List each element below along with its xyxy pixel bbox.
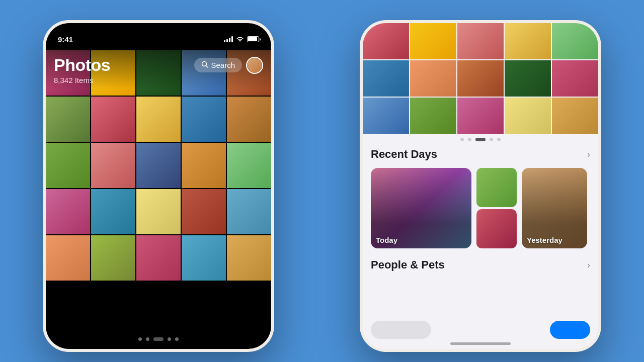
photo-cell[interactable] [91, 235, 135, 281]
page-dot[interactable] [146, 337, 149, 341]
phone-right: Recent Days › Today [360, 20, 601, 352]
phone-left: 9:41 [43, 20, 274, 352]
photos-header: Photos Search [46, 50, 271, 88]
header-right: Search [194, 57, 263, 74]
bottom-page-dots [46, 337, 271, 341]
avatar-image [247, 58, 262, 73]
right-photo-cell[interactable] [552, 98, 598, 134]
signal-icon [224, 36, 233, 42]
page-dot[interactable] [168, 337, 171, 341]
battery-icon [247, 36, 259, 42]
photo-cell[interactable] [136, 97, 181, 142]
right-phone-content: Recent Days › Today [363, 23, 598, 349]
photo-cell[interactable] [91, 97, 135, 142]
photos-title: Photos [54, 55, 110, 75]
yesterday-label: Yesterday [527, 236, 562, 244]
search-icon [201, 61, 208, 69]
page-dot[interactable] [138, 337, 142, 341]
photo-cell[interactable] [91, 143, 135, 188]
photo-cell[interactable] [182, 143, 226, 188]
recent-days-title: Recent Days [371, 148, 437, 161]
today-small-cards [476, 168, 517, 248]
right-photo-cell[interactable] [410, 60, 456, 97]
right-photo-cell[interactable] [505, 60, 551, 97]
photo-cell[interactable] [46, 143, 90, 188]
today-small-card-2[interactable] [476, 209, 517, 248]
page-dot[interactable] [460, 138, 464, 141]
photo-cell[interactable] [136, 143, 181, 188]
right-photo-cell[interactable] [552, 60, 598, 97]
home-indicator [128, 342, 189, 345]
yesterday-card[interactable]: Yesterday [522, 168, 587, 248]
photo-cell[interactable] [227, 189, 271, 234]
photo-cell[interactable] [136, 189, 181, 234]
svg-line-1 [206, 66, 208, 68]
right-photo-cell[interactable] [552, 23, 598, 59]
photo-cell[interactable] [227, 97, 271, 142]
right-top-grid [363, 23, 598, 134]
photo-cell[interactable] [91, 189, 135, 234]
recent-days-arrow[interactable]: › [587, 149, 590, 160]
photo-cell[interactable] [182, 235, 226, 281]
avatar[interactable] [246, 57, 263, 74]
recent-days-row: Today Ye [371, 168, 590, 248]
people-pets-title: People & Pets [371, 258, 445, 272]
photo-cell[interactable] [182, 97, 226, 142]
home-indicator-right [450, 342, 511, 345]
bottom-bar-right[interactable] [550, 321, 590, 339]
photos-count: 8,342 Items [54, 76, 263, 84]
page-dot-active[interactable] [153, 337, 164, 341]
page-dot[interactable] [175, 337, 179, 341]
right-photo-cell[interactable] [505, 23, 551, 59]
header-row: Photos Search [54, 55, 263, 75]
recent-days-header: Recent Days › [371, 148, 590, 161]
photo-cell[interactable] [182, 189, 226, 234]
right-photo-cell[interactable] [457, 23, 504, 59]
page-dot[interactable] [490, 138, 493, 141]
photo-cell[interactable] [46, 97, 90, 142]
status-time: 9:41 [58, 35, 73, 44]
right-photo-cell[interactable] [410, 98, 456, 134]
people-pets-header: People & Pets › [371, 258, 590, 272]
dynamic-island [131, 30, 186, 45]
right-photo-cell[interactable] [363, 60, 409, 97]
photo-cell[interactable] [136, 235, 181, 281]
right-photo-cell[interactable] [363, 98, 409, 134]
today-small-card-1[interactable] [476, 168, 517, 207]
right-photo-cell[interactable] [363, 23, 409, 59]
today-card[interactable]: Today [371, 168, 471, 248]
right-photo-cell[interactable] [457, 60, 504, 97]
page-dot[interactable] [497, 138, 501, 141]
right-page-dots [363, 138, 598, 141]
page-dot-active[interactable] [475, 138, 486, 141]
people-pets-arrow[interactable]: › [587, 260, 590, 270]
right-photo-cell[interactable] [505, 98, 551, 134]
scene: 9:41 [0, 0, 644, 362]
photo-cell[interactable] [227, 143, 271, 188]
wifi-icon [236, 36, 244, 42]
bottom-bar [371, 319, 590, 341]
search-button[interactable]: Search [194, 58, 242, 72]
page-dot[interactable] [468, 138, 471, 141]
today-label: Today [376, 236, 397, 244]
right-photo-cell[interactable] [457, 98, 504, 134]
photo-grid-left [46, 50, 271, 319]
status-icons [224, 36, 259, 42]
photo-cell[interactable] [227, 235, 271, 281]
search-label: Search [211, 61, 235, 69]
right-photo-cell[interactable] [410, 23, 456, 59]
photo-cell[interactable] [46, 189, 90, 234]
people-pets-section: People & Pets › [371, 258, 590, 272]
bottom-bar-left [371, 321, 431, 339]
photo-cell[interactable] [46, 235, 90, 281]
